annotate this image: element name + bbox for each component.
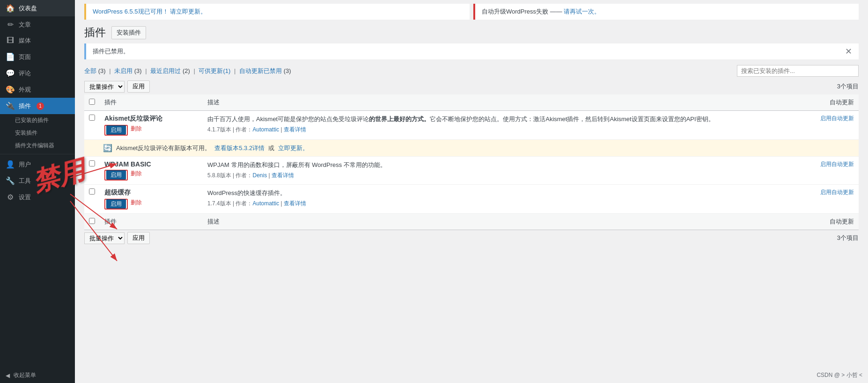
supercache-autoupdate-link[interactable]: 启用自动更新 [820, 189, 854, 195]
filter-unused[interactable]: 未启用 [114, 67, 132, 74]
akismet-author-link[interactable]: Automattic [252, 126, 279, 133]
wpjam-delete-button[interactable]: 删除 [131, 170, 142, 181]
filter-updatable[interactable]: 可供更新(1) [199, 67, 230, 74]
wpjam-meta: 5.8.8版本 | 作者：Denis | 查看详情 [207, 172, 798, 180]
sidebar-item-plugins[interactable]: 🔌 插件 1 [0, 98, 75, 114]
th-auto: 自动更新 [802, 94, 859, 111]
notice-error-link[interactable]: 请再试一次。 [564, 8, 600, 15]
notice-update-link[interactable]: WordPress 6.5.5现已可用！ [93, 8, 169, 15]
wpjam-details-link[interactable]: 查看详情 [272, 172, 294, 179]
akismet-delete-button[interactable]: 删除 [131, 125, 142, 136]
plugins-table: 插件 描述 自动更新 Akismet反垃圾评 [84, 94, 859, 230]
supercache-desc: WordPress的快速缓存插件。 [207, 188, 798, 198]
install-plugin-button[interactable]: 安装插件 [111, 26, 146, 39]
plugin-row-wpjam: WPJAM BASIC 启用 删除 WPJAM 常用的函数和接口，屏蔽所有 Wo… [84, 157, 859, 185]
sidebar-item-media[interactable]: 🎞 媒体 [0, 33, 75, 49]
filter-auto-disabled-count: (3) [284, 67, 291, 74]
wpjam-activate-button[interactable]: 启用 [106, 170, 126, 180]
plugins-badge: 1 [37, 102, 44, 110]
users-icon: 👤 [6, 160, 15, 169]
akismet-name-cell: Akismet反垃圾评论 启用 删除 [100, 111, 203, 140]
filter-recent-count: (2) [183, 67, 190, 74]
filter-recent[interactable]: 最近启用过 [150, 67, 181, 74]
akismet-auto-cell: 启用自动更新 [802, 111, 859, 140]
sidebar-subitem-label: 插件文件编辑器 [15, 142, 54, 150]
notice-error: 自动升级WordPress失败 —— 请再试一次。 [473, 4, 859, 20]
akismet-update-now-link[interactable]: 立即更新。 [278, 144, 309, 152]
sidebar-item-dashboard[interactable]: 🏠 仪表盘 [0, 0, 75, 16]
plugin-row-akismet: Akismet反垃圾评论 启用 删除 由千百万人使用，Akismet可能是保护您… [84, 111, 859, 140]
supercache-name-cell: 超级缓存 启用 删除 [100, 185, 203, 214]
supercache-activate-button[interactable]: 启用 [106, 199, 126, 209]
notice-update-action[interactable]: 请立即更新。 [170, 8, 206, 15]
sidebar-item-label: 工具 [19, 177, 31, 185]
th-desc: 描述 [203, 94, 802, 111]
wpjam-checkbox[interactable] [89, 160, 95, 166]
akismet-update-details-link[interactable]: 查看版本5.3.2详情 [214, 144, 265, 152]
akismet-update-or: 或 [268, 144, 274, 152]
wpjam-desc-cell: WPJAM 常用的函数和接口，屏蔽所有 WordPress 不常用的功能。 5.… [203, 157, 802, 185]
collapse-menu[interactable]: ◀ 收起菜单 [0, 368, 75, 383]
sidebar-item-appearance[interactable]: 🎨 外观 [0, 81, 75, 98]
sidebar-subitem-label: 已安装的插件 [15, 116, 49, 124]
bulk-actions-top: 批量操作 应用 3个项目 [84, 80, 859, 93]
supercache-details-link[interactable]: 查看详情 [284, 200, 306, 207]
bulk-select-bottom[interactable]: 批量操作 [84, 232, 125, 244]
akismet-name: Akismet反垃圾评论 [104, 115, 198, 123]
select-all-checkbox[interactable] [89, 99, 95, 105]
wpjam-author-link[interactable]: Denis [252, 172, 267, 179]
th-footer-auto: 自动更新 [802, 214, 859, 230]
sidebar-item-posts[interactable]: ✏ 文章 [0, 16, 75, 33]
wpjam-actions: 启用 删除 [104, 170, 198, 181]
sidebar-subitem-label: 安装插件 [15, 129, 37, 137]
sidebar-item-users[interactable]: 👤 用户 [0, 156, 75, 173]
akismet-update-cell: 🔄 Akismet反垃圾评论有新版本可用。 查看版本5.3.2详情 或 立即更新… [84, 140, 859, 157]
filter-links: 全部 (3) | 未启用 (3) | 最近启用过 (2) | 可供更新(1) |… [84, 67, 291, 75]
filter-auto-disabled[interactable]: 自动更新已禁用 [239, 67, 282, 74]
supercache-desc-cell: WordPress的快速缓存插件。 1.7.4版本 | 作者：Automatti… [203, 185, 802, 214]
bulk-apply-bottom[interactable]: 应用 [127, 232, 150, 244]
filter-all-count: (3) [98, 67, 106, 74]
sidebar-item-settings[interactable]: ⚙ 设置 [0, 189, 75, 205]
filter-all[interactable]: 全部 [84, 67, 96, 74]
select-all-footer-checkbox[interactable] [89, 218, 95, 224]
media-icon: 🎞 [6, 36, 15, 45]
bulk-apply-top[interactable]: 应用 [127, 80, 150, 93]
search-input[interactable] [737, 65, 859, 77]
supercache-author-link[interactable]: Automattic [252, 200, 279, 207]
sidebar-subitem-installed[interactable]: 已安装的插件 [0, 114, 75, 127]
page-title: 插件 [84, 25, 106, 40]
supercache-checkbox-cell [84, 185, 100, 214]
pages-icon: 📄 [6, 52, 15, 61]
sidebar-subitem-editor[interactable]: 插件文件编辑器 [0, 139, 75, 152]
sidebar-divider [0, 154, 75, 154]
wpjam-autoupdate-link[interactable]: 启用自动更新 [820, 161, 854, 167]
th-footer-checkbox [84, 214, 100, 230]
sidebar-subitem-install[interactable]: 安装插件 [0, 127, 75, 139]
akismet-details-link[interactable]: 查看详情 [284, 126, 306, 133]
akismet-checkbox[interactable] [89, 115, 95, 121]
sidebar-item-label: 页面 [19, 53, 31, 61]
akismet-actions: 启用 删除 [104, 125, 198, 136]
bulk-actions-bottom: 批量操作 应用 3个项目 [84, 232, 859, 244]
appearance-icon: 🎨 [6, 85, 15, 94]
sidebar-item-tools[interactable]: 🔧 工具 [0, 173, 75, 189]
supercache-checkbox[interactable] [89, 188, 95, 195]
bulk-select-top[interactable]: 批量操作 [84, 81, 125, 93]
sidebar: 🏠 仪表盘 ✏ 文章 🎞 媒体 📄 页面 💬 评论 🎨 外观 🔌 插件 1 已安… [0, 0, 75, 383]
sidebar-item-label: 插件 [19, 102, 31, 110]
sidebar-item-label: 评论 [19, 69, 31, 78]
sidebar-item-comments[interactable]: 💬 评论 [0, 65, 75, 81]
close-notice-button[interactable]: ✕ [845, 47, 852, 56]
akismet-update-row: 🔄 Akismet反垃圾评论有新版本可用。 查看版本5.3.2详情 或 立即更新… [84, 140, 859, 157]
posts-icon: ✏ [6, 20, 15, 29]
bulk-left-bottom: 批量操作 应用 [84, 232, 150, 244]
sidebar-item-pages[interactable]: 📄 页面 [0, 49, 75, 65]
table-header-row: 插件 描述 自动更新 [84, 94, 859, 111]
notice-error-text: 自动升级WordPress失败 —— [482, 8, 564, 15]
akismet-autoupdate-link[interactable]: 启用自动更新 [820, 115, 854, 122]
sidebar-item-label: 用户 [19, 160, 31, 169]
plugin-disabled-text: 插件已禁用。 [93, 47, 129, 56]
akismet-activate-button[interactable]: 启用 [106, 125, 126, 135]
supercache-delete-button[interactable]: 删除 [131, 199, 142, 210]
